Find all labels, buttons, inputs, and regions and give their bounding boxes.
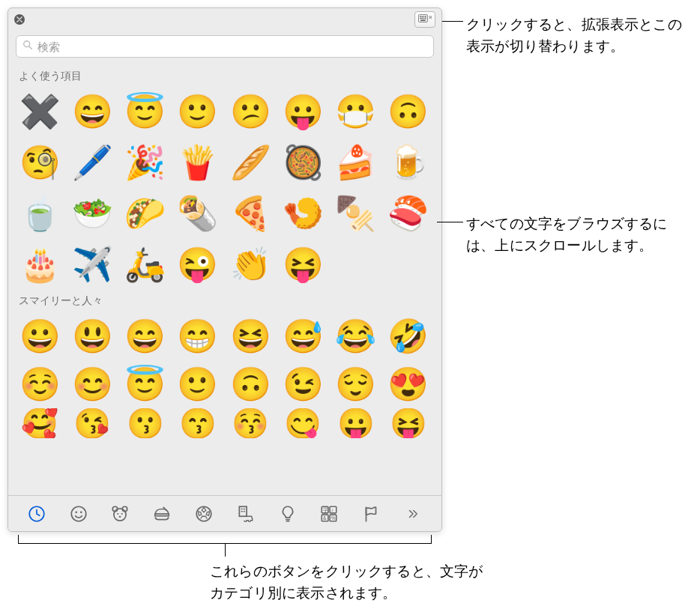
emoji-cell[interactable]: ✈️	[68, 240, 116, 288]
svg-rect-7	[423, 18, 425, 19]
emoji-cell[interactable]: 🌮	[121, 190, 169, 237]
category-recent-button[interactable]	[16, 499, 58, 529]
svg-text:&: &	[323, 515, 327, 521]
category-flags-button[interactable]	[350, 499, 392, 529]
emoji-cell[interactable]: 😇	[121, 360, 169, 408]
svg-point-21	[121, 512, 123, 514]
emoji-cell[interactable]: 🙃	[384, 88, 432, 136]
callout-bottom: これらのボタンをクリックすると、文字がカテゴリ別に表示されます。	[210, 560, 495, 605]
emoji-cell[interactable]: 🙂	[174, 360, 222, 408]
emoji-cell[interactable]: 😉	[279, 360, 327, 408]
category-travel-button[interactable]	[225, 499, 267, 529]
emoji-cell[interactable]: 👏	[226, 240, 274, 288]
close-button[interactable]	[14, 14, 25, 25]
category-animals-button[interactable]	[100, 499, 142, 529]
callout-top: クリックすると、拡張表示とこの表示が切り替わります。	[466, 13, 691, 58]
emoji-cell[interactable]: 🥘	[279, 139, 327, 187]
emoji-cell[interactable]: 😘	[68, 408, 116, 438]
callout-line	[437, 222, 463, 222]
emoji-cell[interactable]: 😗	[121, 408, 169, 438]
emoji-cell[interactable]: 🧐	[16, 139, 64, 187]
emoji-cell[interactable]: 😜	[174, 240, 222, 288]
emoji-cell[interactable]: 🥗	[68, 190, 116, 237]
search-field[interactable]	[16, 35, 434, 58]
svg-rect-23	[155, 514, 169, 516]
emoji-grid-smileys: 🥰😘😗😙😚😋😛😝	[16, 408, 434, 438]
bear-icon	[110, 504, 130, 524]
svg-rect-25	[239, 506, 247, 516]
svg-rect-5	[420, 18, 421, 19]
emoji-cell[interactable]: 🙂	[174, 88, 222, 136]
emoji-cell[interactable]: 😋	[279, 408, 327, 438]
emoji-cell[interactable]: 😊	[68, 360, 116, 408]
emoji-cell[interactable]: 😂	[332, 312, 380, 360]
emoji-cell[interactable]: 🥰	[16, 408, 64, 438]
emoji-cell[interactable]: 😃	[68, 312, 116, 360]
emoji-cell[interactable]: 😄	[68, 88, 116, 136]
emoji-cell[interactable]: 🌯	[174, 190, 222, 237]
emoji-cell[interactable]: 😷	[332, 88, 380, 136]
keyboard-viewer-icon: ⌘	[418, 14, 432, 25]
emoji-cell[interactable]: 😚	[226, 408, 274, 438]
emoji-cell[interactable]: 🍕	[226, 190, 274, 237]
emoji-grid-frequent: ✖️😄😇🙂😕😛😷🙃🧐🖊️🎉🍟🥖🥘🍰🍺🍵🥗🌮🌯🍕🍤🍢🍣🎂✈️🛵😜👏😝	[16, 88, 434, 288]
character-viewer-panel: ⌘ よく使う項目 ✖️😄😇🙂😕😛😷🙃🧐🖊️🎉🍟🥖🥘🍰🍺🍵🥗🌮🌯🍕🍤🍢🍣🎂✈️🛵😜…	[7, 7, 442, 532]
emoji-cell[interactable]: 😅	[279, 312, 327, 360]
svg-rect-1	[420, 16, 421, 18]
building-car-icon	[236, 504, 256, 524]
svg-rect-4	[425, 16, 426, 18]
category-smileys-button[interactable]	[58, 499, 100, 529]
emoji-cell[interactable]: 🙃	[226, 360, 274, 408]
emoji-cell[interactable]: 🍢	[332, 190, 380, 237]
emoji-cell[interactable]: 😌	[332, 360, 380, 408]
emoji-cell[interactable]: 😝	[384, 408, 432, 438]
emoji-cell[interactable]: 🥖	[226, 139, 274, 187]
svg-rect-3	[423, 16, 425, 18]
emoji-cell[interactable]: 😁	[174, 312, 222, 360]
category-symbols-button[interactable]: 字♪&%	[309, 499, 351, 529]
svg-rect-6	[422, 18, 423, 19]
category-objects-button[interactable]	[267, 499, 309, 529]
search-input[interactable]	[37, 40, 427, 53]
emoji-cell[interactable]: 😛	[332, 408, 380, 438]
emoji-cell[interactable]: 😙	[174, 408, 222, 438]
search-wrap	[8, 31, 441, 64]
emoji-cell[interactable]: 😄	[121, 312, 169, 360]
emoji-grid-smileys: ☺️😊😇🙂🙃😉😌😍	[16, 360, 434, 408]
emoji-cell[interactable]: 🍤	[279, 190, 327, 237]
callout-bracket	[18, 535, 432, 544]
emoji-cell[interactable]: 🍵	[16, 190, 64, 237]
emoji-cell[interactable]: 😕	[226, 88, 274, 136]
svg-point-19	[114, 508, 126, 520]
svg-point-15	[75, 511, 77, 513]
svg-point-22	[119, 515, 121, 517]
emoji-cell[interactable]: 🖊️	[68, 139, 116, 187]
svg-point-16	[80, 511, 82, 513]
svg-rect-2	[422, 16, 423, 18]
category-activity-button[interactable]	[183, 499, 225, 529]
emoji-cell[interactable]: 🍣	[384, 190, 432, 237]
emoji-cell[interactable]: 🍰	[332, 139, 380, 187]
emoji-cell[interactable]: 😍	[384, 360, 432, 408]
emoji-cell[interactable]: 🎉	[121, 139, 169, 187]
emoji-cell[interactable]: 😆	[226, 312, 274, 360]
emoji-scroll-area[interactable]: よく使う項目 ✖️😄😇🙂😕😛😷🙃🧐🖊️🎉🍟🥖🥘🍰🍺🍵🥗🌮🌯🍕🍤🍢🍣🎂✈️🛵😜👏😝…	[8, 64, 441, 495]
emoji-cell[interactable]: 🍟	[174, 139, 222, 187]
category-food-button[interactable]	[141, 499, 183, 529]
emoji-cell[interactable]: ✖️	[16, 88, 64, 136]
emoji-cell[interactable]: 🍺	[384, 139, 432, 187]
chevrons-right-icon	[406, 507, 420, 521]
svg-point-14	[71, 506, 86, 521]
search-icon	[22, 40, 33, 53]
emoji-cell[interactable]: 🤣	[384, 312, 432, 360]
emoji-cell[interactable]: 🎂	[16, 240, 64, 288]
svg-rect-8	[425, 18, 426, 19]
category-more-button[interactable]	[392, 499, 434, 529]
emoji-cell[interactable]: 😛	[279, 88, 327, 136]
emoji-cell[interactable]: 😇	[121, 88, 169, 136]
toggle-expanded-view-button[interactable]: ⌘	[414, 11, 435, 28]
emoji-cell[interactable]: 😝	[279, 240, 327, 288]
emoji-cell[interactable]: 🛵	[121, 240, 169, 288]
emoji-cell[interactable]: ☺️	[16, 360, 64, 408]
emoji-cell[interactable]: 😀	[16, 312, 64, 360]
